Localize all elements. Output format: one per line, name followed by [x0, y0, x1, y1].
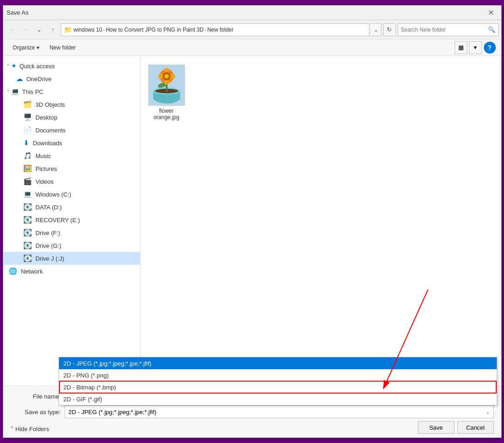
- music-label: Music: [36, 153, 51, 159]
- windows-c-label: Windows (C:): [36, 191, 71, 198]
- address-path: windows 10 › How to Convert JPG to PNG i…: [74, 27, 234, 33]
- path-part-1: windows 10: [74, 27, 103, 33]
- sidebar-item-videos[interactable]: 🎬 Videos: [3, 175, 140, 188]
- cancel-button[interactable]: Cancel: [457, 421, 494, 434]
- onedrive-label: OneDrive: [27, 76, 52, 82]
- address-bar: ‹ › ⌄ ↑ 📁 windows 10 › How to Convert JP…: [3, 20, 501, 39]
- sidebar-item-desktop[interactable]: 🖥️ Desktop: [3, 111, 140, 124]
- view-button[interactable]: ▦: [455, 41, 467, 54]
- hide-folders-arrow: ˄: [11, 426, 14, 432]
- windows-c-icon: 💻: [23, 190, 32, 198]
- file-name: flowerorange.jpg: [153, 108, 179, 120]
- downloads-icon: ⬇: [23, 139, 29, 147]
- drive-j-label: Drive J (:J): [36, 255, 65, 262]
- up-button[interactable]: ↑: [47, 24, 59, 36]
- network-icon: 🌐: [9, 267, 17, 275]
- back-button[interactable]: ‹: [6, 24, 18, 36]
- sidebar-item-pictures[interactable]: 🖼️ Pictures: [3, 162, 140, 175]
- quick-access-label: Quick access: [20, 63, 55, 70]
- videos-icon: 🎬: [23, 177, 32, 186]
- new-folder-button[interactable]: New folder: [45, 42, 80, 54]
- sidebar-item-3d-objects[interactable]: 🗂️ 3D Objects: [3, 98, 140, 111]
- recovery-e-label: RECOVERY (E:): [36, 217, 80, 224]
- search-input[interactable]: [401, 27, 488, 33]
- sidebar-item-documents[interactable]: 📄 Documents: [3, 124, 140, 137]
- desktop-label: Desktop: [36, 114, 58, 121]
- savetype-label: Save as type:: [11, 409, 61, 416]
- this-pc-header[interactable]: ˅ 💻 This PC: [3, 85, 140, 98]
- drive-j-icon: 💽: [23, 254, 32, 263]
- savetype-dropdown-arrow: ⌄: [486, 409, 490, 415]
- title-bar: Save As ✕: [3, 5, 501, 20]
- this-pc-arrow: ˅: [7, 89, 9, 94]
- toolbar: Organize ▾ New folder ▦ ▾ ?: [3, 39, 501, 56]
- file-item-flower[interactable]: flowerorange.jpg: [146, 61, 187, 124]
- sidebar-item-network[interactable]: 🌐 Network: [3, 265, 140, 278]
- file-grid: flowerorange.jpg: [146, 61, 496, 124]
- drive-g-label: Drive (G:): [36, 242, 61, 249]
- save-button[interactable]: Save: [418, 421, 455, 434]
- documents-icon: 📄: [23, 126, 32, 134]
- file-thumbnail: [148, 65, 185, 106]
- 3d-objects-icon: 🗂️: [23, 100, 32, 109]
- sidebar-item-music[interactable]: 🎵 Music: [3, 149, 140, 162]
- this-pc-icon: 💻: [11, 88, 20, 96]
- organize-button[interactable]: Organize ▾: [9, 42, 44, 54]
- address-dropdown-button[interactable]: ⌄: [371, 23, 381, 36]
- recent-button[interactable]: ⌄: [33, 24, 45, 36]
- hide-folders-label: Hide Folders: [16, 426, 49, 432]
- sidebar-item-drive-f[interactable]: 💽 Drive (F:): [3, 226, 140, 239]
- help-button[interactable]: ?: [484, 42, 496, 54]
- quick-access-header[interactable]: ˅ ✦ Quick access: [3, 60, 140, 72]
- savetype-dropdown[interactable]: 2D - JPEG (*.jpg;*.jpeg;*.jpe;*.jfif) ⌄: [65, 405, 494, 418]
- view-dropdown-button[interactable]: ▾: [469, 41, 482, 54]
- drive-f-label: Drive (F:): [36, 230, 60, 236]
- path-part-3: New folder: [207, 27, 233, 33]
- quick-access-icon: ✦: [11, 62, 17, 70]
- search-icon: 🔍: [488, 26, 495, 33]
- close-button[interactable]: ✕: [485, 6, 498, 19]
- 3d-objects-label: 3D Objects: [36, 101, 65, 108]
- address-box[interactable]: 📁 windows 10 › How to Convert JPG to PNG…: [61, 23, 369, 36]
- drive-g-icon: 💽: [23, 241, 32, 250]
- savetype-row: Save as type: 2D - JPEG (*.jpg;*.jpeg;*.…: [11, 405, 494, 418]
- file-area: flowerorange.jpg: [141, 56, 501, 386]
- sidebar-item-drive-j[interactable]: 💽 Drive J (:J): [3, 252, 140, 265]
- svg-point-13: [164, 74, 169, 79]
- bottom-actions: ˄ Hide Folders Save Cancel: [11, 421, 494, 434]
- dropdown-option-png[interactable]: 2D - PNG (*.png): [59, 369, 497, 381]
- onedrive-icon: ☁: [16, 75, 23, 83]
- organize-arrow: ▾: [37, 44, 39, 51]
- sidebar-item-drive-g[interactable]: 💽 Drive (G:): [3, 239, 140, 252]
- bottom-wrapper: File name: ⌄ Save as type: 2D - JPEG (*.…: [3, 386, 501, 438]
- sidebar-item-recovery-e[interactable]: 💽 RECOVERY (E:): [3, 213, 140, 226]
- dropdown-option-gif[interactable]: 2D - GIF (*.gif): [59, 393, 497, 405]
- folder-icon: 📁: [64, 26, 72, 33]
- dialog-title: Save As: [7, 9, 485, 16]
- sidebar-item-windows-c[interactable]: 💻 Windows (C:): [3, 188, 140, 201]
- sidebar: ˅ ✦ Quick access ☁ OneDrive ˅ 💻 This PC …: [3, 56, 141, 386]
- sidebar-item-data-d[interactable]: 💽 DATA (D:): [3, 201, 140, 213]
- hide-folders-row: ˄ Hide Folders: [11, 423, 415, 432]
- downloads-label: Downloads: [33, 140, 62, 147]
- organize-label: Organize: [13, 44, 35, 51]
- data-d-label: DATA (D:): [36, 204, 62, 211]
- new-folder-label: New folder: [49, 44, 76, 51]
- music-icon: 🎵: [23, 152, 32, 160]
- refresh-button[interactable]: ↻: [383, 23, 396, 36]
- sidebar-item-downloads[interactable]: ⬇ Downloads: [3, 137, 140, 149]
- dropdown-option-bmp[interactable]: 2D - Bitmap (*.bmp): [59, 381, 497, 393]
- network-label: Network: [21, 268, 43, 275]
- filename-label: File name:: [11, 393, 61, 400]
- forward-button[interactable]: ›: [20, 24, 32, 36]
- hide-folders-button[interactable]: ˄ Hide Folders: [11, 426, 49, 432]
- sidebar-item-onedrive[interactable]: ☁ OneDrive: [3, 72, 140, 85]
- recovery-e-icon: 💽: [23, 216, 32, 224]
- drive-f-icon: 💽: [23, 229, 32, 237]
- dropdown-option-jpeg[interactable]: 2D - JPEG (*.jpg;*.jpeg;*.jpe;*.jfif): [59, 357, 497, 369]
- this-pc-label: This PC: [22, 88, 43, 95]
- videos-label: Videos: [36, 178, 54, 185]
- desktop-icon: 🖥️: [23, 113, 32, 121]
- search-box: 🔍: [398, 23, 499, 36]
- data-d-icon: 💽: [23, 203, 32, 211]
